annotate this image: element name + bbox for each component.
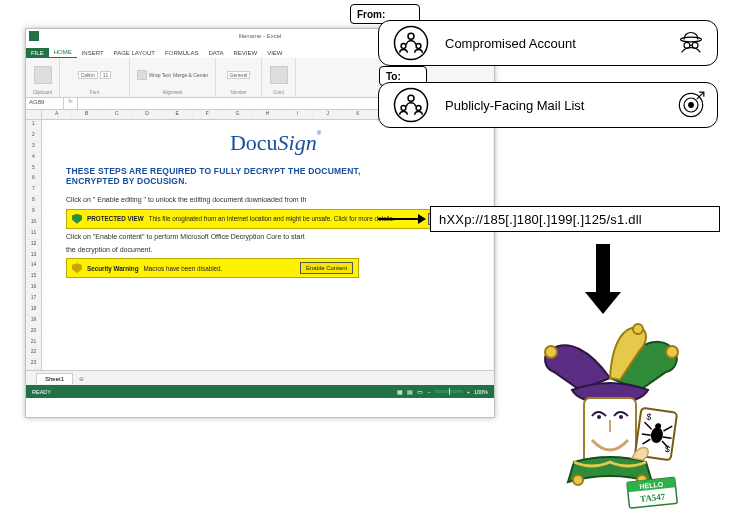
decrypt-headline: THESE STEPS ARE REQUIRED TO FULLY DECRYP…: [66, 166, 485, 186]
bell-icon: [545, 346, 557, 358]
row-header[interactable]: 7: [26, 185, 41, 196]
tab-insert[interactable]: INSERT: [77, 48, 109, 58]
security-warning-bar: Security Warning Macros have been disabl…: [66, 258, 359, 278]
zoom-slider[interactable]: [435, 390, 463, 393]
instruction-2b: the decryption of document.: [66, 246, 485, 255]
row-header[interactable]: 5: [26, 164, 41, 175]
tab-data[interactable]: DATA: [203, 48, 228, 58]
shield-icon: [72, 214, 82, 224]
tab-home[interactable]: HOME: [49, 47, 77, 58]
col-header[interactable]: B: [72, 110, 102, 119]
sheet-tab-1[interactable]: Sheet1: [36, 373, 73, 384]
row-header[interactable]: 21: [26, 338, 41, 349]
row-header[interactable]: 22: [26, 348, 41, 359]
tab-view[interactable]: VIEW: [262, 48, 287, 58]
view-break-icon[interactable]: ▭: [417, 389, 423, 395]
row-header[interactable]: 2: [26, 131, 41, 142]
ribbon-label-number: Number: [230, 90, 246, 95]
col-header[interactable]: D: [132, 110, 162, 119]
svg-point-7: [395, 89, 428, 122]
target-icon: [677, 91, 705, 119]
row-header[interactable]: 3: [26, 142, 41, 153]
enable-content-button[interactable]: Enable Content: [300, 262, 353, 274]
tab-formulas[interactable]: FORMULAS: [160, 48, 203, 58]
row-header[interactable]: 10: [26, 218, 41, 229]
view-page-icon[interactable]: ▤: [407, 389, 413, 395]
ribbon-label-font: Font: [90, 90, 99, 95]
to-pill: Publicly-Facing Mail List: [378, 82, 718, 128]
ribbon-group-font: Calibri 11 Font: [60, 58, 130, 97]
tab-file[interactable]: FILE: [26, 48, 49, 58]
zoom-in-button[interactable]: +: [467, 389, 470, 395]
name-box[interactable]: AG89: [26, 98, 64, 109]
row-header[interactable]: 20: [26, 327, 41, 338]
ribbon-group-number: General Number: [216, 58, 262, 97]
row-header[interactable]: 11: [26, 229, 41, 240]
row-header[interactable]: 12: [26, 240, 41, 251]
row-header[interactable]: 13: [26, 251, 41, 262]
row-header[interactable]: 23: [26, 359, 41, 370]
align-icon[interactable]: [137, 70, 147, 80]
ribbon-group-cond: Cond: [262, 58, 296, 97]
sheet-body: 1234567891011121314151617181920212223 Do…: [26, 120, 494, 370]
wrap-text-button[interactable]: Wrap Text: [149, 72, 171, 78]
font-size-selector[interactable]: 11: [100, 71, 112, 79]
row-header[interactable]: 15: [26, 272, 41, 283]
col-header[interactable]: F: [193, 110, 223, 119]
to-label: To:: [386, 71, 401, 82]
row-header[interactable]: 17: [26, 294, 41, 305]
zoom-controls[interactable]: ▦ ▤ ▭ − + 100%: [397, 389, 488, 395]
row-header[interactable]: 8: [26, 196, 41, 207]
svg-point-13: [689, 103, 694, 108]
view-normal-icon[interactable]: ▦: [397, 389, 403, 395]
col-header[interactable]: I: [283, 110, 313, 119]
people-icon-2: [393, 87, 429, 123]
number-format-selector[interactable]: General: [227, 71, 251, 79]
row-header[interactable]: 19: [26, 316, 41, 327]
row-header[interactable]: 6: [26, 174, 41, 185]
tab-review[interactable]: REVIEW: [229, 48, 263, 58]
headline-2: ENCRYPTED BY DOCUSIGN.: [66, 176, 485, 186]
fx-icon[interactable]: fx: [64, 98, 78, 109]
from-label: From:: [357, 9, 385, 20]
url-box: hXXp://185[.]180[.]199[.]125/s1.dll: [430, 206, 720, 232]
new-sheet-button[interactable]: ⊕: [79, 375, 84, 382]
zoom-out-button[interactable]: −: [427, 389, 430, 395]
merge-center-button[interactable]: Merge & Center: [173, 72, 208, 78]
select-all-corner[interactable]: [26, 110, 42, 119]
cells-area[interactable]: DocuSign® THESE STEPS ARE REQUIRED TO FU…: [42, 120, 494, 370]
arrow-url-to-jester: [585, 244, 621, 314]
malicious-url: hXXp://185[.]180[.]199[.]125/s1.dll: [439, 212, 642, 227]
ribbon-label-alignment: Alignment: [162, 90, 182, 95]
tab-page-layout[interactable]: PAGE LAYOUT: [109, 48, 160, 58]
from-pill-label: Compromised Account: [445, 36, 576, 51]
row-header[interactable]: 16: [26, 283, 41, 294]
paste-icon[interactable]: [34, 66, 52, 84]
col-header[interactable]: H: [253, 110, 283, 119]
svg-point-0: [395, 27, 428, 60]
cond-format-icon[interactable]: [270, 66, 288, 84]
security-warning-label: Security Warning: [87, 265, 139, 272]
window-title: filename - Excel: [239, 33, 282, 39]
instruction-1: Click on " Enable editing " to unlock th…: [66, 196, 485, 205]
col-header[interactable]: G: [223, 110, 253, 119]
col-header[interactable]: K: [343, 110, 373, 119]
to-pill-label: Publicly-Facing Mail List: [445, 98, 584, 113]
arrow-excel-to-url: [378, 215, 426, 223]
col-header[interactable]: E: [163, 110, 193, 119]
status-text: READY: [32, 389, 51, 395]
font-name-selector[interactable]: Calibri: [78, 71, 98, 79]
col-header[interactable]: A: [42, 110, 72, 119]
col-header[interactable]: C: [102, 110, 132, 119]
row-header[interactable]: 9: [26, 207, 41, 218]
embedded-doc-overlay: DocuSign® THESE STEPS ARE REQUIRED TO FU…: [66, 130, 485, 281]
svg-point-16: [619, 415, 623, 419]
sheet-tab-bar: Sheet1 ⊕: [26, 370, 494, 385]
row-header[interactable]: 14: [26, 261, 41, 272]
row-header[interactable]: 1: [26, 120, 41, 131]
row-header[interactable]: 4: [26, 153, 41, 164]
jester-graphic: $ $ HELLO TA547: [520, 320, 700, 510]
row-headers: 1234567891011121314151617181920212223: [26, 120, 42, 370]
col-header[interactable]: J: [313, 110, 343, 119]
row-header[interactable]: 18: [26, 305, 41, 316]
